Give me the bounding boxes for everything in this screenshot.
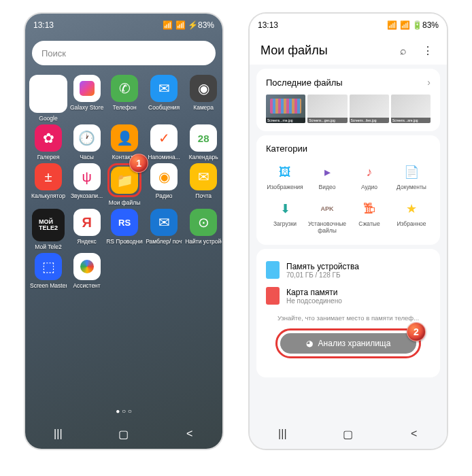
more-icon[interactable]: ⋮: [420, 44, 436, 57]
category-downloads[interactable]: ⬇Загрузки: [266, 197, 304, 237]
recents-button[interactable]: |||: [44, 428, 71, 440]
category-label: Документы: [397, 184, 426, 190]
app-messages[interactable]: ✉Сообщения: [146, 75, 182, 122]
thumbnail[interactable]: Screens...ges.jpg: [307, 95, 347, 123]
app-google[interactable]: Google: [29, 75, 67, 122]
back-button[interactable]: <: [176, 428, 203, 440]
app-recorder[interactable]: ψЗвукозапи...: [70, 163, 103, 206]
phone-home-screen: 13:13 📶 📶 ⚡83% Поиск GoogleGalaxy Store✆…: [25, 14, 222, 449]
app-clock[interactable]: 🕐Часы: [70, 124, 103, 160]
app-screen-master[interactable]: ⬚Screen Master: [29, 253, 67, 289]
app-camera[interactable]: ◉Камера: [185, 75, 222, 122]
app-label: Мои файлы: [109, 199, 141, 206]
downloads-icon: ⬇: [276, 200, 294, 218]
sd-sub: Не подсоединено: [286, 297, 342, 305]
app-label: Screen Master: [30, 282, 67, 289]
app-header: Мои файлы ⌕ ⋮: [250, 37, 447, 65]
app-label: Рамблер/ почта: [146, 238, 182, 245]
categories-title: Категории: [266, 143, 307, 154]
app-label: Яндекс: [77, 238, 97, 245]
category-label: Сжатые: [358, 220, 380, 227]
app-galaxy-store[interactable]: Galaxy Store: [70, 75, 103, 122]
app-reminder[interactable]: ✓Напомина...: [146, 124, 182, 160]
category-label: Избранное: [397, 220, 426, 227]
app-label: Google: [39, 115, 57, 122]
app-my-files[interactable]: 📁1Мои файлы: [106, 163, 143, 206]
category-video[interactable]: ▸Видео: [308, 160, 346, 193]
app-radio[interactable]: ◉Радио: [146, 163, 182, 206]
app-mail[interactable]: ✉Почта: [185, 163, 222, 206]
images-icon: 🖼: [276, 163, 294, 181]
app-label: Почта: [195, 192, 212, 199]
category-favorites[interactable]: ★Избранное: [392, 197, 431, 237]
favorites-icon: ★: [403, 200, 420, 218]
search-icon[interactable]: ⌕: [395, 45, 411, 57]
recents-button[interactable]: |||: [269, 428, 296, 440]
app-label: Мой Tele2: [35, 243, 61, 250]
app-calendar[interactable]: 28Календарь: [185, 124, 222, 160]
phone-files-app: 13:13 📶 📶 🔋83% Мои файлы ⌕ ⋮ Последние ф…: [250, 14, 447, 449]
categories-grid: 🖼Изображения▸Видео♪Аудио📄Документы⬇Загру…: [266, 160, 431, 237]
app-label: Galaxy Store: [70, 104, 103, 111]
status-bar: 13:13 📶 📶 ⚡83%: [25, 14, 222, 37]
app-telefon[interactable]: ✆Телефон: [106, 75, 143, 122]
app-rambler[interactable]: ✉Рамблер/ почта: [146, 209, 182, 250]
app-label: Галерея: [37, 154, 60, 160]
app-yandex[interactable]: ЯЯндекс: [70, 209, 103, 250]
categories-card: Категории 🖼Изображения▸Видео♪Аудио📄Докум…: [256, 135, 440, 245]
home-button[interactable]: ▢: [110, 428, 137, 441]
app-title: Мои файлы: [260, 44, 387, 58]
thumbnail[interactable]: Screens...me.jpg: [266, 95, 305, 123]
sd-card-storage[interactable]: Карта памяти Не подсоединено: [266, 283, 431, 309]
status-right: 📶 📶 🔋83%: [387, 20, 439, 30]
apk-icon: APK: [318, 200, 336, 218]
app-label: Камера: [193, 104, 214, 111]
app-rs[interactable]: RSRS Проводник: [106, 209, 143, 250]
internal-title: Память устройства: [286, 262, 359, 271]
app-gallery[interactable]: ✿Галерея: [29, 124, 67, 160]
analyze-button[interactable]: ◕ Анализ хранилища: [280, 333, 416, 354]
sd-title: Карта памяти: [286, 288, 342, 297]
app-label: Календарь: [189, 154, 218, 160]
storage-hint: Узнайте, что занимает место в памяти тел…: [266, 314, 431, 322]
app-calculator[interactable]: ±Калькулятор: [29, 163, 67, 206]
analyze-highlight: ◕ Анализ хранилища 2: [275, 328, 421, 358]
storage-card: Память устройства 70,01 ГБ / 128 ГБ Карт…: [256, 249, 440, 377]
internal-sub: 70,01 ГБ / 128 ГБ: [286, 271, 359, 279]
category-images[interactable]: 🖼Изображения: [266, 160, 304, 193]
category-label: Видео: [319, 184, 336, 190]
recent-thumbs: Screens...me.jpgScreens...ges.jpgScreens…: [266, 95, 431, 123]
nav-bar: ||| ▢ <: [25, 419, 222, 449]
app-find[interactable]: ⊙Найти устройство: [185, 209, 222, 250]
category-label: Установочные файлы: [308, 220, 346, 234]
category-documents[interactable]: 📄Документы: [392, 160, 431, 193]
recent-files-card[interactable]: Последние файлы › Screens...me.jpgScreen…: [256, 69, 440, 131]
app-label: Найти устройство: [185, 238, 222, 245]
app-label: Радио: [156, 192, 173, 199]
app-label: RS Проводник: [106, 238, 143, 245]
category-archives[interactable]: 🗜Сжатые: [350, 197, 388, 237]
category-apk[interactable]: APKУстановочные файлы: [308, 197, 346, 237]
home-button[interactable]: ▢: [335, 428, 362, 441]
thumbnail[interactable]: Screens...iles.jpg: [350, 95, 389, 123]
app-label: Звукозапи...: [71, 192, 103, 199]
category-label: Загрузки: [273, 220, 297, 227]
category-label: Аудио: [361, 184, 377, 190]
search-placeholder: Поиск: [41, 48, 66, 58]
archives-icon: 🗜: [360, 200, 378, 218]
back-button[interactable]: <: [401, 428, 428, 440]
search-bar[interactable]: Поиск: [32, 41, 216, 65]
thumbnail[interactable]: Screens...are.jpg: [391, 95, 431, 123]
chevron-right-icon: ›: [427, 77, 431, 88]
audio-icon: ♪: [360, 163, 378, 181]
status-right: 📶 📶 ⚡83%: [163, 20, 214, 30]
category-audio[interactable]: ♪Аудио: [350, 160, 388, 193]
phone-storage-icon: [266, 261, 280, 279]
recent-title: Последние файлы: [266, 78, 343, 88]
internal-storage[interactable]: Память устройства 70,01 ГБ / 128 ГБ: [266, 257, 431, 283]
app-assistant[interactable]: Ассистент: [70, 253, 103, 289]
app-tele2[interactable]: МОЙTELE2Мой Tele2: [29, 209, 67, 250]
app-grid: GoogleGalaxy Store✆Телефон✉Сообщения◉Кам…: [25, 69, 222, 294]
pie-chart-icon: ◕: [306, 339, 313, 348]
app-label: Сообщения: [148, 104, 180, 111]
